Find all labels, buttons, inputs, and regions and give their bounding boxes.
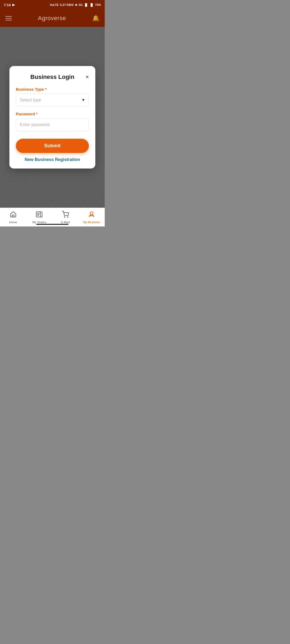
modal-title: Business Login	[30, 74, 74, 80]
nav-label-e-mart: E-Mart	[61, 221, 70, 224]
modal-close-button[interactable]: ×	[85, 74, 89, 80]
nav-item-home[interactable]: Home	[0, 211, 26, 224]
business-type-label: Business Type *	[16, 87, 89, 92]
signal-bars2-icon: ▐▌	[89, 3, 94, 6]
lte-label: VoLTE	[50, 3, 59, 6]
signal-bars-icon: ▐▌	[84, 3, 88, 6]
network-label: 5G	[79, 3, 83, 6]
business-type-group: Business Type * Select type Mart Farm Wa…	[16, 87, 89, 106]
nav-label-my-orders: My Orders	[32, 221, 46, 224]
menu-line-2	[5, 18, 12, 19]
my-business-icon	[88, 211, 95, 219]
modal-overlay: Business Login × Business Type * Select …	[0, 27, 105, 208]
svg-point-5	[64, 217, 65, 217]
password-group: Password *	[16, 112, 89, 131]
svg-point-6	[67, 217, 68, 217]
status-right: VoLTE 5.27 KB/S ⊛ 5G ▐▌ ▐▌ 73%	[50, 3, 101, 7]
business-login-modal: Business Login × Business Type * Select …	[9, 66, 95, 169]
status-bar: 7:14 ▶ VoLTE 5.27 KB/S ⊛ 5G ▐▌ ▐▌ 73%	[0, 0, 105, 10]
bell-icon[interactable]: 🔔	[92, 15, 99, 22]
nav-label-my-business: My Business	[83, 221, 100, 224]
orders-icon	[36, 211, 43, 219]
wifi-icon: ⊛	[75, 3, 77, 7]
background-area: Business Login × Business Type * Select …	[0, 27, 105, 208]
svg-rect-0	[12, 215, 14, 217]
battery-label: 73%	[95, 3, 101, 6]
status-left: 7:14 ▶	[4, 3, 15, 7]
menu-line-3	[5, 20, 12, 20]
speed-label: 5.27 KB/S	[60, 3, 74, 6]
svg-point-7	[90, 212, 93, 215]
nav-label-home: Home	[9, 221, 17, 224]
status-time: 7:14	[4, 3, 11, 7]
modal-header: Business Login ×	[16, 74, 89, 80]
home-indicator	[36, 224, 68, 225]
business-type-select[interactable]: Select type Mart Farm Warehouse	[16, 94, 89, 106]
nav-item-e-mart[interactable]: E-Mart	[52, 211, 79, 224]
menu-button[interactable]	[5, 16, 12, 20]
menu-line-1	[5, 16, 12, 17]
video-recording-icon: ▶	[12, 3, 15, 7]
home-icon	[10, 211, 17, 219]
app-title: Agroverse	[38, 15, 66, 22]
password-label: Password *	[16, 112, 89, 116]
nav-item-my-business[interactable]: My Business	[79, 211, 105, 224]
business-type-select-wrapper: Select type Mart Farm Warehouse ▼	[16, 94, 89, 106]
e-mart-icon	[62, 211, 69, 219]
password-input[interactable]	[16, 118, 89, 131]
new-business-registration-link[interactable]: New Business Registration	[16, 157, 89, 162]
nav-item-my-orders[interactable]: My Orders	[26, 211, 53, 224]
submit-button[interactable]: Submit	[16, 139, 89, 153]
app-header: Agroverse 🔔	[0, 10, 105, 27]
